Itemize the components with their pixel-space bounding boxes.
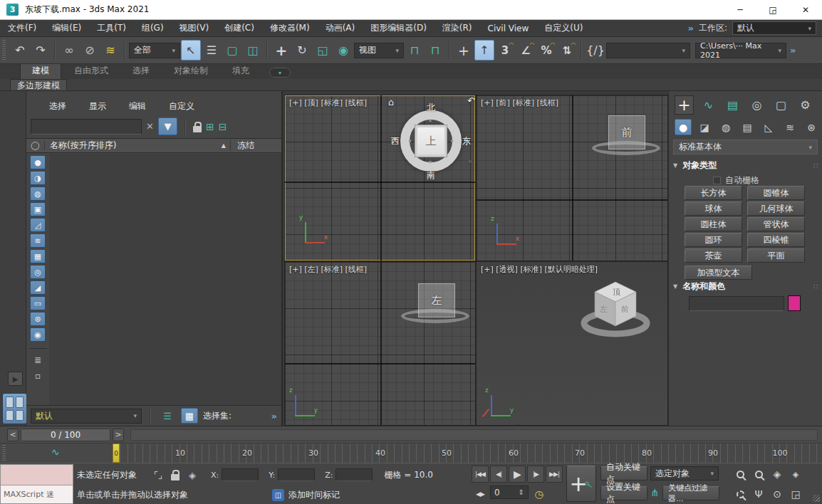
absolute-offset-toggle[interactable]: ◈ <box>184 470 201 481</box>
mini-curve-editor-icon[interactable]: ∿ <box>51 446 60 458</box>
filter-bones-toggle[interactable]: ◢ <box>30 280 46 295</box>
redo-button[interactable]: ↷ <box>31 40 51 61</box>
lock-icon[interactable] <box>193 126 202 132</box>
percent-snap-toggle-button[interactable]: %◠ <box>536 40 556 61</box>
collapse-tree-icon[interactable]: ⊟ <box>219 121 227 132</box>
geosphere-button[interactable]: 几何球体 <box>747 201 805 216</box>
close-button[interactable]: ✕ <box>789 0 822 20</box>
tube-button[interactable]: 管状体 <box>747 217 805 231</box>
set-key-button[interactable]: 设置关键点 <box>600 486 647 500</box>
select-object-button[interactable]: ↖ <box>181 40 201 61</box>
filter-hidden-toggle[interactable]: ◉ <box>30 327 46 342</box>
selection-filter-dropdown[interactable]: 全部 ▾ <box>129 43 180 58</box>
zoom-extents-all-button[interactable]: ◈ <box>786 466 805 483</box>
select-and-link-button[interactable]: ∞ <box>59 40 79 61</box>
expand-tree-icon[interactable]: ⊞ <box>206 121 214 132</box>
toolbar-overflow-icon[interactable]: » <box>790 45 796 56</box>
autogrid-checkbox[interactable] <box>713 177 721 184</box>
filter-groups-toggle[interactable]: ▦ <box>30 249 46 263</box>
filter-shapes-toggle[interactable]: ◑ <box>30 171 46 185</box>
reference-coordinate-dropdown[interactable]: 视图 ▾ <box>354 43 404 58</box>
plane-button[interactable]: 平面 <box>747 248 805 263</box>
time-slider-handle[interactable]: 0 / 100 <box>21 429 110 441</box>
object-color-swatch[interactable] <box>788 295 801 311</box>
explorer-overflow-icon[interactable]: » <box>271 411 277 421</box>
rotate-arc-icon[interactable]: ↶ <box>467 95 475 106</box>
maxscript-pink-pane[interactable] <box>1 465 73 485</box>
object-type-rollout-header[interactable]: ▼ 对象类型 ∷ <box>673 159 818 172</box>
pyramid-button[interactable]: 四棱锥 <box>747 233 805 247</box>
torus-button[interactable]: 圆环 <box>685 233 742 247</box>
object-name-input[interactable] <box>689 296 784 311</box>
triangle-left-icon[interactable]: ◂ <box>408 137 411 144</box>
category-helpers[interactable]: ◺ <box>760 119 777 135</box>
go-to-end-button[interactable]: ▶▶| <box>546 466 563 483</box>
explorer-search-input[interactable] <box>31 119 142 135</box>
orbit-dot-icon[interactable]: ◦ <box>468 157 472 165</box>
viewport-top[interactable]: [+] [顶] [标准] [线框] ⌂ ↶ 北 南 西 东 上 ▴ ▾ ◂ ▸ … <box>285 95 475 261</box>
undo-button[interactable]: ↶ <box>10 40 30 61</box>
tab-motion[interactable]: ◎ <box>747 95 766 115</box>
compass-east-label[interactable]: 东 <box>462 135 471 147</box>
triangle-right-icon[interactable]: ▸ <box>451 137 454 144</box>
unlink-selection-button[interactable]: ⊘ <box>80 40 100 61</box>
toolbar-drag-handle[interactable] <box>2 40 6 61</box>
viewcube[interactable]: 左 <box>418 283 455 317</box>
ribbon-tab-object-paint[interactable]: 对象绘制 <box>162 63 219 79</box>
filter-cameras-toggle[interactable]: ▣ <box>30 202 46 216</box>
explorer-filter-button[interactable]: ▼ <box>158 117 177 135</box>
project-folder-dropdown[interactable]: C:\Users\··· Max 2021 ▾ <box>695 43 786 58</box>
snap-3d-toggle-button[interactable]: 3◠ <box>495 40 515 61</box>
zoom-region-button[interactable] <box>731 485 749 503</box>
set-keys-button[interactable]: + ⟜ <box>566 466 596 502</box>
viewcube-3d[interactable]: 顶 左 前 <box>576 276 655 347</box>
keyboard-shortcut-override-button[interactable]: {∕} <box>586 40 605 61</box>
type-column-header[interactable]: ◯ <box>26 141 45 150</box>
zoom-all-button[interactable] <box>749 466 768 483</box>
previous-frame-button[interactable]: < <box>7 429 19 441</box>
menu-modifiers[interactable]: 修改器(M) <box>262 22 318 34</box>
viewport-layout-tab-button[interactable] <box>2 393 27 424</box>
z-coordinate-field[interactable] <box>335 468 373 481</box>
y-coordinate-field[interactable] <box>278 468 315 481</box>
pan-button[interactable]: Ψ <box>749 485 768 503</box>
expand-panel-button[interactable]: ▶ <box>8 372 23 386</box>
primitive-category-dropdown[interactable]: 标准基本体 ▾ <box>673 140 818 154</box>
tab-display[interactable]: ▢ <box>771 95 791 115</box>
menu-customize[interactable]: 自定义(U) <box>536 22 591 34</box>
viewport-front-label[interactable]: [+] [前] [标准] [线框] <box>481 98 558 108</box>
ribbon-minimize-dropdown[interactable]: ▾ <box>269 68 291 78</box>
next-frame-button[interactable]: > <box>113 429 124 441</box>
zoom-extents-button[interactable]: ◈ <box>768 466 786 483</box>
filter-particles-toggle[interactable]: ⊛ <box>30 312 46 326</box>
tab-hierarchy[interactable]: ▤ <box>723 95 742 115</box>
maximize-viewport-toggle[interactable]: ◲ <box>786 485 805 503</box>
frozen-column-header[interactable]: 冻结 <box>230 140 281 152</box>
menu-rendering[interactable]: 渲染(R) <box>435 22 480 34</box>
menu-group[interactable]: 组(G) <box>134 22 172 34</box>
time-configuration-button[interactable]: ◷ <box>530 485 547 503</box>
key-filters-button[interactable]: 关键点过滤器... <box>662 486 719 500</box>
ribbon-tab-selection[interactable]: 选择 <box>121 63 161 79</box>
angle-snap-toggle-button[interactable]: ∠◠ <box>516 40 536 61</box>
key-filter-icon[interactable]: ⋔ <box>650 487 659 498</box>
menu-edit[interactable]: 编辑(E) <box>44 22 89 34</box>
tab-modify[interactable]: ∿ <box>699 95 718 115</box>
ribbon-panel-polygon-modeling[interactable]: 多边形建模 <box>10 79 67 90</box>
cone-button[interactable]: 圆锥体 <box>747 186 805 200</box>
category-lights[interactable]: ◍ <box>717 119 734 135</box>
auto-key-button[interactable]: 自动关键点 <box>600 466 647 481</box>
explorer-menu-edit[interactable]: 编辑 <box>129 100 146 112</box>
x-coordinate-field[interactable] <box>222 468 259 481</box>
minimize-button[interactable]: ─ <box>724 0 756 20</box>
menu-animation[interactable]: 动画(A) <box>318 22 363 34</box>
filter-objects-toggle[interactable]: ● <box>30 155 46 169</box>
filter-spacewarps-toggle[interactable]: ≋ <box>30 233 46 248</box>
triangle-up-icon[interactable]: ▴ <box>429 117 432 123</box>
hierarchy-view-button[interactable]: ▦ <box>181 408 198 424</box>
select-and-scale-button[interactable]: ◱ <box>313 40 333 61</box>
category-systems[interactable]: ⊛ <box>803 119 820 135</box>
maximize-button[interactable]: ◲ <box>756 0 789 20</box>
key-mode-toggle[interactable]: ◀▶ <box>472 485 489 503</box>
add-time-tag-button[interactable]: 添加时间标记 <box>288 489 340 501</box>
